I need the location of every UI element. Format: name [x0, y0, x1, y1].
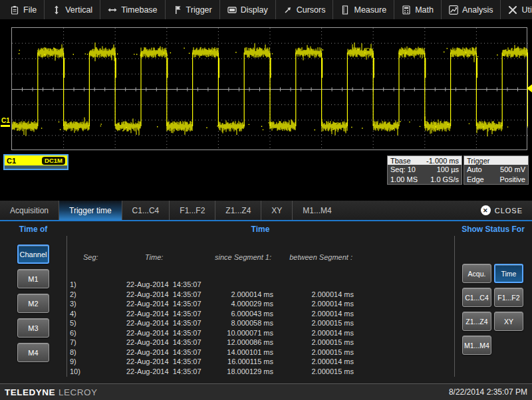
- menu-item-label: Measure: [354, 5, 386, 15]
- cell-since: 10.000071 ms: [200, 328, 273, 338]
- tab-label: Z1...Z4: [225, 206, 251, 215]
- cell-since: 6.000043 ms: [200, 309, 273, 319]
- source-button-m4[interactable]: M4: [17, 343, 49, 362]
- cell-since: 4.000029 ms: [200, 299, 273, 309]
- table-row: 4) 22-Aug-2014 14:35:07 6.000043 ms 2.00…: [66, 309, 454, 319]
- v-arrows-icon: [52, 5, 61, 15]
- menu-item-file[interactable]: File: [3, 0, 44, 19]
- channel-position-indicator[interactable]: C1: [1, 117, 10, 124]
- tab-trigger-time[interactable]: Trigger time: [59, 201, 122, 220]
- cell-seg: 4): [70, 309, 76, 319]
- tab-m1-m4[interactable]: M1...M4: [292, 201, 341, 220]
- clipboard-icon: [10, 5, 19, 15]
- tab-label: C1...C4: [132, 206, 160, 215]
- status-button-f1-f2[interactable]: F1...F2: [494, 288, 523, 307]
- trigger-row: Edge Positive: [464, 175, 528, 185]
- tab-label: F1...F2: [180, 206, 205, 215]
- cell-between: 2.000015 ms: [286, 367, 354, 377]
- close-button[interactable]: ✕ CLOSE: [471, 201, 532, 220]
- source-button-m1[interactable]: M1: [17, 269, 49, 288]
- status-button-z1-z4[interactable]: Z1...Z4: [462, 312, 491, 331]
- header-since-segment: since Segment 1:: [200, 253, 271, 261]
- menu-item-utilities[interactable]: Utilities: [500, 0, 532, 19]
- cell-since: 2.000014 ms: [200, 290, 273, 300]
- timebase-row: Seq: 10 100 µs: [388, 165, 462, 175]
- datetime-display: 8/22/2014 2:35:07 PM: [449, 387, 527, 397]
- cell-time: 22-Aug-2014 14:35:07: [126, 357, 201, 367]
- tools-icon: [508, 5, 517, 15]
- teledyne-lecroy-logo: TELEDYNELECROY: [5, 387, 98, 397]
- tab-z1-z4[interactable]: Z1...Z4: [215, 201, 261, 220]
- tab-label: Trigger time: [69, 206, 112, 215]
- tab-label: XY: [271, 206, 282, 215]
- trigger-info-box[interactable]: Trigger Auto 500 mV Edge Positive: [464, 155, 529, 185]
- cell-seg: 3): [70, 299, 76, 309]
- display-icon: [227, 5, 237, 15]
- source-button-m3[interactable]: M3: [17, 318, 49, 338]
- cell-since: 14.000101 ms: [200, 348, 273, 357]
- menu-item-analysis[interactable]: Analysis: [441, 0, 501, 19]
- cell-since: 18.000129 ms: [200, 367, 273, 377]
- status-button-c1-c4[interactable]: C1...C4: [462, 288, 491, 307]
- close-label: CLOSE: [495, 207, 523, 215]
- coupling-badge: DC1M: [42, 157, 65, 165]
- menu-item-vertical[interactable]: Vertical: [44, 0, 100, 19]
- time-table-title: Time: [66, 225, 454, 234]
- menu-item-math[interactable]: Math: [394, 0, 441, 19]
- timebase-title: Tbase: [390, 157, 411, 165]
- cell-between: 2.000014 ms: [286, 328, 354, 338]
- menu-item-label: Vertical: [65, 5, 92, 15]
- cell-between: 2.000015 ms: [286, 318, 354, 328]
- timebase-body: Seq: 10 100 µs 1.00 MS 1.0 GS/s: [388, 165, 462, 184]
- status-button-acqu[interactable]: Acqu.: [462, 264, 491, 283]
- cell-time: 22-Aug-2014 14:35:07: [126, 367, 201, 377]
- header-seg: Seg:: [83, 253, 98, 261]
- oscilloscope-app: File Vertical Timebase Trigger Display C…: [0, 0, 532, 400]
- tab-c1-c4[interactable]: C1...C4: [122, 201, 170, 220]
- tab-f1-f2[interactable]: F1...F2: [169, 201, 215, 220]
- menu-item-cursors[interactable]: Cursors: [275, 0, 333, 19]
- trigger-body: Auto 500 mV Edge Positive: [464, 165, 528, 184]
- tab-bar: Acquisition Trigger time C1...C4 F1...F2…: [0, 201, 532, 221]
- flag-icon: [173, 5, 182, 15]
- waveform-grid: [11, 27, 527, 150]
- scope-display: C1 C1 DC1M Tbase -1.000 ms Seq: 10 100 µ…: [0, 20, 532, 201]
- status-button-time[interactable]: Time: [494, 264, 523, 283]
- cell-time: 22-Aug-2014 14:35:07: [126, 280, 201, 290]
- menu-item-measure[interactable]: Measure: [332, 0, 394, 19]
- menu-item-label: Trigger: [186, 5, 212, 15]
- cell-seg: 7): [70, 338, 76, 348]
- trigger-level-marker[interactable]: [527, 84, 532, 92]
- source-button-m2[interactable]: M2: [17, 294, 49, 313]
- menu-item-timebase[interactable]: Timebase: [100, 0, 164, 19]
- tab-xy[interactable]: XY: [261, 201, 292, 220]
- menu-bar: File Vertical Timebase Trigger Display C…: [0, 0, 532, 20]
- menu-item-label: Utilities: [521, 5, 532, 15]
- status-button-xy[interactable]: XY: [494, 312, 523, 331]
- cell-time: 22-Aug-2014 14:35:07: [126, 309, 201, 319]
- cell-seg: 6): [70, 328, 76, 338]
- timebase-info-box[interactable]: Tbase -1.000 ms Seq: 10 100 µs 1.00 MS 1…: [387, 155, 462, 185]
- table-row: 10) 22-Aug-2014 14:35:07 18.000129 ms 2.…: [66, 367, 454, 377]
- menu-item-label: File: [23, 5, 37, 15]
- cell-seg: 5): [70, 318, 76, 328]
- status-button-m1-m4[interactable]: M1...M4: [462, 336, 491, 355]
- menu-item-trigger[interactable]: Trigger: [165, 0, 219, 19]
- trigger-time-panel: Time of Channel M1 M2 M3 M4 Time: [0, 221, 532, 383]
- table-row: 8) 22-Aug-2014 14:35:07 14.000101 ms 2.0…: [66, 348, 454, 357]
- cell-time: 22-Aug-2014 14:35:07: [126, 318, 201, 328]
- separator: [454, 236, 455, 377]
- show-status-label: Show Status For: [454, 225, 532, 234]
- cell-seg: 1): [70, 280, 76, 290]
- menu-item-display[interactable]: Display: [219, 0, 275, 19]
- channel-info-header: C1 DC1M: [5, 155, 67, 165]
- tab-acquisition[interactable]: Acquisition: [0, 201, 59, 220]
- time-of-label: Time of: [0, 225, 66, 234]
- cell-since: 16.000115 ms: [200, 357, 273, 367]
- source-button-channel[interactable]: Channel: [17, 245, 49, 264]
- channel-info-box[interactable]: C1 DC1M: [3, 154, 68, 170]
- cell-time: 22-Aug-2014 14:35:07: [126, 348, 201, 357]
- table-row: 1) 22-Aug-2014 14:35:07: [66, 280, 454, 290]
- channel-settings: [5, 165, 67, 169]
- trigger-title: Trigger: [467, 157, 489, 165]
